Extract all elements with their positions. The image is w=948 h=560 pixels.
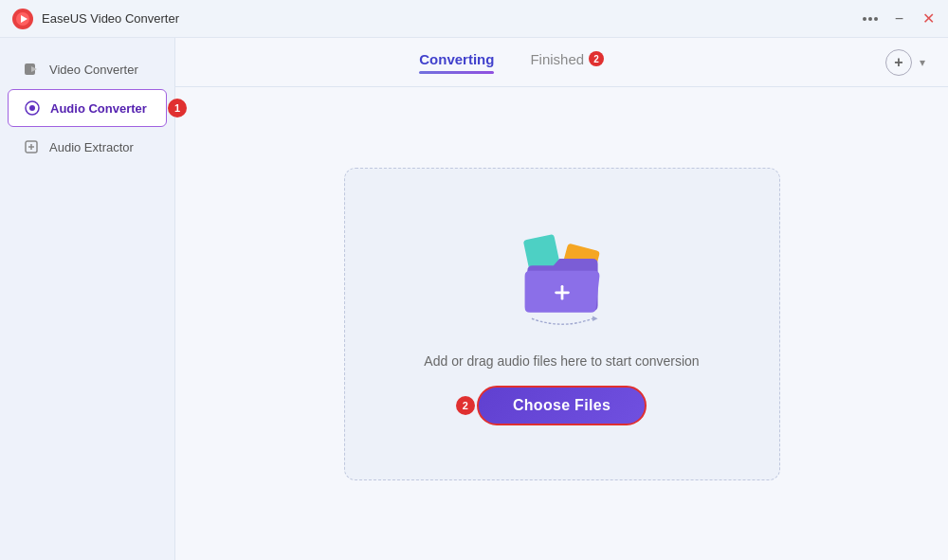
app-body: Video Converter Audio Converter 1 Audio … xyxy=(0,38,948,560)
close-button[interactable]: ✕ xyxy=(921,11,937,27)
tab-chevron-button[interactable]: ▾ xyxy=(916,52,929,73)
audio-converter-label: Audio Converter xyxy=(50,101,147,116)
audio-extractor-icon xyxy=(23,138,40,155)
tab-actions: + ▾ xyxy=(885,49,929,76)
main-content: Add or drag audio files here to start co… xyxy=(175,87,948,560)
tab-converting[interactable]: Converting xyxy=(415,44,498,81)
svg-marker-14 xyxy=(592,316,598,321)
tab-finished-underline xyxy=(530,71,603,74)
title-bar: EaseUS Video Converter − ✕ xyxy=(0,0,948,38)
window-controls: − ✕ xyxy=(863,11,937,27)
sidebar-step-badge: 1 xyxy=(168,99,187,117)
audio-converter-icon xyxy=(24,99,41,117)
choose-files-step-badge: 2 xyxy=(456,396,475,415)
tabs: Converting Finished 2 xyxy=(194,44,829,81)
tab-bar: Converting Finished 2 + ▾ xyxy=(175,38,948,87)
sidebar: Video Converter Audio Converter 1 Audio … xyxy=(0,38,175,560)
tab-finished-content: Finished 2 xyxy=(530,51,603,67)
svg-point-6 xyxy=(29,105,35,111)
video-converter-icon xyxy=(23,61,40,78)
sidebar-item-audio-converter[interactable]: Audio Converter 1 xyxy=(8,89,167,127)
choose-files-wrapper: 2 Choose Files xyxy=(477,386,647,425)
tab-converting-label: Converting xyxy=(419,51,494,67)
tab-finished[interactable]: Finished 2 xyxy=(526,44,607,81)
app-logo xyxy=(11,8,34,30)
minimize-button[interactable]: − xyxy=(893,11,905,27)
add-tab-button[interactable]: + xyxy=(885,49,912,76)
main-area: Converting Finished 2 + ▾ xyxy=(175,38,948,560)
folder-illustration xyxy=(496,223,629,336)
drop-zone[interactable]: Add or drag audio files here to start co… xyxy=(344,168,780,480)
tab-finished-label: Finished xyxy=(530,51,584,67)
tab-converting-underline xyxy=(419,71,494,74)
tab-finished-badge: 2 xyxy=(589,51,604,66)
choose-files-button[interactable]: Choose Files xyxy=(477,386,647,425)
app-title: EaseUS Video Converter xyxy=(42,11,863,26)
audio-extractor-label: Audio Extractor xyxy=(49,140,134,154)
sidebar-item-video-converter[interactable]: Video Converter xyxy=(8,51,167,87)
menu-button[interactable] xyxy=(863,17,878,21)
drop-zone-text: Add or drag audio files here to start co… xyxy=(424,353,699,369)
sidebar-item-audio-extractor[interactable]: Audio Extractor xyxy=(8,129,167,165)
video-converter-label: Video Converter xyxy=(49,63,138,77)
